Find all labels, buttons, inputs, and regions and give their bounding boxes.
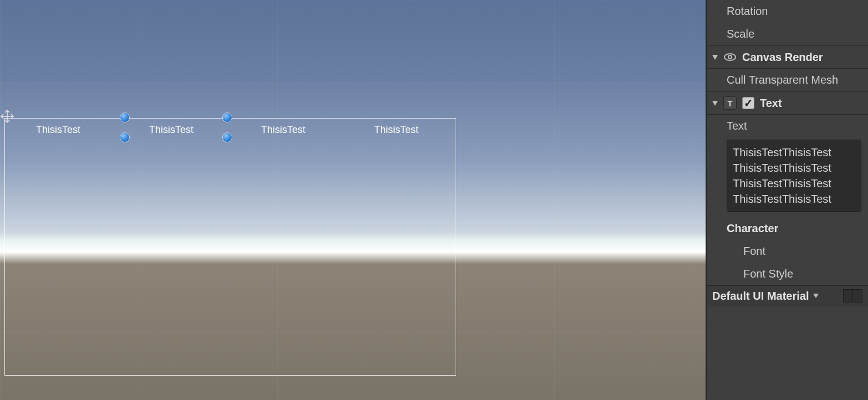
material-tab[interactable] xyxy=(843,289,853,302)
canvas-text[interactable]: ThisisTest xyxy=(36,124,80,136)
material-tab[interactable] xyxy=(852,289,862,302)
canvas-bounds[interactable]: ThisisTest ThisisTest ThisisTest ThisisT… xyxy=(4,118,456,376)
text-line: ThisisTestThisisTest xyxy=(733,145,855,160)
text-input[interactable]: ThisisTestThisisTest ThisisTestThisisTes… xyxy=(727,140,861,212)
foldout-icon xyxy=(712,101,718,106)
resize-handle-top-right[interactable] xyxy=(223,113,232,122)
canvas-text[interactable]: ThisisTest xyxy=(374,124,418,136)
material-header[interactable]: Default UI Material xyxy=(707,285,868,306)
text-line: ThisisTestThisisTest xyxy=(733,191,855,207)
canvas-renderer-title: Canvas Render xyxy=(742,51,823,64)
inspector-panel: Rotation Scale Canvas Render Cull Transp… xyxy=(706,0,868,400)
text-enabled-checkbox[interactable]: ✓ xyxy=(742,97,754,109)
resize-handle-top-left[interactable] xyxy=(120,113,129,122)
rect-transform-handles[interactable] xyxy=(125,117,227,137)
text-line: ThisisTestThisisTest xyxy=(733,160,855,176)
dropdown-icon xyxy=(813,294,819,298)
resize-handle-bottom-right[interactable] xyxy=(223,133,232,142)
material-title: Default UI Material xyxy=(712,290,809,302)
canvas-text-selected[interactable]: ThisisTest xyxy=(149,124,193,136)
font-style-label[interactable]: Font Style xyxy=(707,263,868,285)
canvas-text[interactable]: ThisisTest xyxy=(261,124,305,136)
svg-text:T: T xyxy=(728,99,733,108)
svg-point-2 xyxy=(724,54,736,60)
text-field-label: Text xyxy=(707,115,868,137)
font-label[interactable]: Font xyxy=(707,240,868,263)
svg-point-3 xyxy=(728,55,732,59)
scale-label[interactable]: Scale xyxy=(707,23,868,45)
move-gizmo-icon xyxy=(0,108,16,125)
text-line: ThisisTestThisisTest xyxy=(733,176,855,191)
cull-transparent-mesh-label[interactable]: Cull Transparent Mesh xyxy=(707,69,868,91)
character-section-label: Character xyxy=(707,217,868,240)
text-component-header[interactable]: T ✓ Text xyxy=(707,91,868,115)
visibility-icon[interactable] xyxy=(723,50,737,64)
text-component-icon: T xyxy=(723,96,737,110)
foldout-icon xyxy=(712,55,718,60)
scene-viewport[interactable]: ThisisTest ThisisTest ThisisTest ThisisT… xyxy=(0,0,706,400)
text-component-title: Text xyxy=(760,97,782,110)
rotation-label[interactable]: Rotation xyxy=(707,0,868,23)
resize-handle-bottom-left[interactable] xyxy=(120,133,129,142)
canvas-renderer-header[interactable]: Canvas Render xyxy=(707,45,868,69)
